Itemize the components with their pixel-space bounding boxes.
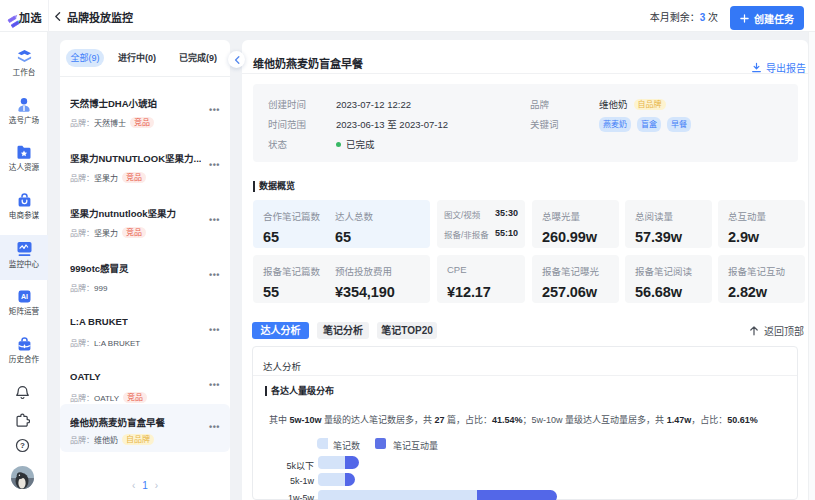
svg-text:?: ? xyxy=(20,441,25,450)
svg-text:AI: AI xyxy=(21,293,28,300)
